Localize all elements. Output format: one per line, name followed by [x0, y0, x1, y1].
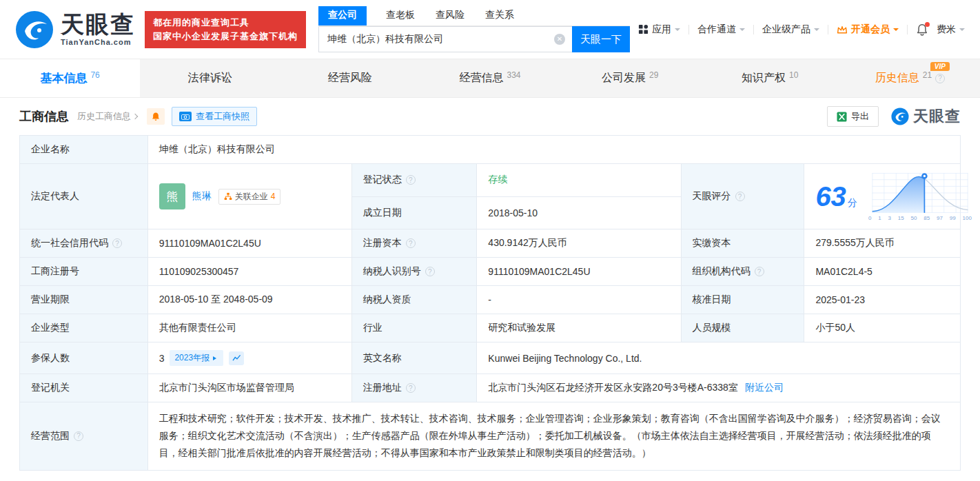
view-business-snapshot-button[interactable]: 查看工商快照 [172, 107, 257, 126]
help-icon[interactable]: ? [112, 238, 122, 248]
paid-capital-value: 279.5555万人民币 [804, 229, 961, 258]
tab-operation-risk[interactable]: 经营风险 [280, 59, 420, 97]
nav-open-vip[interactable]: 开通会员 [837, 23, 899, 36]
company-type-label: 企业类型 [20, 314, 148, 342]
english-name-label: 英文名称 [351, 342, 477, 374]
company-type-row: 企业类型 其他有限责任公司 行业 研究和试验发展 人员规模 小于50人 [20, 314, 961, 342]
search-tab-risk[interactable]: 查风险 [434, 6, 466, 25]
business-term-value: 2018-05-10 至 2048-05-09 [147, 286, 351, 314]
legal-rep-name-link[interactable]: 熊琳 [192, 190, 212, 203]
tab-legal-lawsuit[interactable]: 法律诉讼 [140, 59, 280, 97]
help-icon[interactable]: ? [406, 238, 416, 248]
business-scope-label: 经营范围 ? [20, 402, 148, 471]
english-name-value: Kunwei Beijing Technology Co., Ltd. [477, 342, 961, 374]
brand-domain: TianYanCha.com [61, 38, 135, 46]
establish-date-label: 成立日期 [351, 196, 477, 229]
org-code-value: MA01C2L4-5 [804, 258, 961, 286]
search-tabs: 查公司 查老板 查风险 查关系 [318, 6, 630, 26]
reg-capital-label: 注册资本 ? [351, 229, 477, 258]
trend-chart-icon[interactable] [229, 351, 244, 365]
tianyancha-logo-icon [891, 108, 909, 125]
industry-value: 研究和试验发展 [477, 314, 681, 342]
help-icon[interactable]: ? [425, 267, 435, 276]
help-icon[interactable]: ? [935, 74, 945, 83]
section-title: 工商信息 [19, 108, 69, 125]
business-term-label: 营业期限 [20, 286, 148, 314]
crown-icon [837, 25, 848, 34]
score-curve-chart [868, 172, 972, 214]
search-block: 查公司 查老板 查风险 查关系 ✕ 天眼一下 [318, 6, 630, 52]
legal-rep-row: 法定代表人 熊 熊琳 关联企业 4 登记状态 ? [20, 164, 961, 197]
divider [907, 25, 908, 34]
search-tab-boss[interactable]: 查老板 [385, 6, 416, 25]
help-icon[interactable]: ? [406, 383, 416, 393]
chevron-down-icon [675, 28, 680, 34]
export-button[interactable]: 导出 [827, 106, 879, 127]
reg-capital-value: 430.9142万人民币 [477, 229, 681, 258]
legal-rep-label: 法定代表人 [20, 164, 148, 229]
tab-basic-info[interactable]: 基本信息 76 [0, 59, 140, 97]
top-nav: 应用 合作通道 企业级产品 开通会员 [638, 23, 965, 36]
notification-dot [925, 22, 930, 27]
monitor-bell-button[interactable] [147, 108, 165, 125]
taxpayer-id-value: 91110109MA01C2L45U [477, 258, 681, 286]
reg-number-label: 工商注册号 [20, 258, 148, 286]
tyc-score-value[interactable]: 63 分 [804, 164, 961, 229]
apps-grid-icon [638, 24, 649, 34]
notification-bell-icon[interactable] [916, 23, 928, 36]
tab-intellectual-property[interactable]: 知识产权 10 [700, 59, 840, 97]
company-name-value: 坤维（北京）科技有限公司 [147, 136, 960, 164]
help-icon[interactable]: ? [74, 431, 83, 441]
chevron-down-icon [959, 28, 965, 34]
history-business-info-link[interactable]: 历史工商信息 [77, 110, 137, 123]
establish-date-value: 2018-05-10 [477, 196, 681, 229]
insured-count-value: 3 2023年报 [147, 342, 351, 374]
clear-search-icon[interactable]: ✕ [554, 34, 565, 45]
nav-partner[interactable]: 合作通道 [697, 23, 745, 36]
business-term-row: 营业期限 2018-05-10 至 2048-05-09 纳税人资质 - 核准日… [20, 286, 961, 314]
chevron-down-icon [739, 28, 745, 34]
nav-apps[interactable]: 应用 [638, 23, 680, 36]
credit-code-value: 91110109MA01C2L45U [147, 229, 351, 258]
nearby-companies-link[interactable]: 附近公司 [745, 382, 784, 394]
reg-authority-value: 北京市门头沟区市场监督管理局 [147, 374, 351, 402]
org-chart-icon [224, 192, 232, 201]
taxpayer-quality-value: - [477, 286, 681, 314]
org-code-label: 组织机构代码 ? [681, 258, 804, 286]
chevron-down-icon [893, 28, 899, 34]
search-tab-relation[interactable]: 查关系 [484, 6, 515, 25]
help-icon[interactable]: ? [735, 192, 745, 201]
excel-icon [837, 112, 847, 122]
annual-report-badge[interactable]: 2023年报 [170, 350, 223, 366]
related-companies-badge[interactable]: 关联企业 4 [218, 189, 281, 205]
nav-user[interactable]: 费米 [937, 23, 965, 36]
taxpayer-quality-label: 纳税人资质 [351, 286, 477, 314]
tianyancha-logo-icon [15, 10, 54, 49]
reg-address-label: 注册地址 ? [351, 374, 477, 402]
help-icon[interactable]: ? [755, 267, 764, 276]
tab-operation-info[interactable]: 经营信息 334 [420, 59, 560, 97]
reg-address-value: 北京市门头沟区石龙经济开发区永安路20号3号楼A-6338室 附近公司 [477, 374, 961, 402]
reg-status-label: 登记状态 ? [351, 164, 477, 197]
brand-slogan: 都在用的商业查询工具 国家中小企业发展子基金旗下机构 [145, 11, 306, 48]
company-name-row: 企业名称 坤维（北京）科技有限公司 [20, 136, 961, 164]
divider [828, 25, 828, 34]
nav-enterprise[interactable]: 企业级产品 [762, 23, 819, 36]
search-input[interactable] [318, 26, 572, 52]
industry-label: 行业 [351, 314, 477, 342]
search-tab-company[interactable]: 查公司 [318, 6, 367, 25]
score-axis-labels: 01 315 5085 9799 100 [868, 215, 972, 221]
brand-logo[interactable]: 天眼查 TianYanCha.com [15, 10, 135, 49]
tab-history-info[interactable]: VIP 历史信息 21 ? [840, 59, 980, 97]
staff-size-value: 小于50人 [804, 314, 961, 342]
reg-number-row: 工商注册号 110109025300457 纳税人识别号 ? 91110109M… [20, 258, 961, 286]
taxpayer-id-label: 纳税人识别号 ? [351, 258, 477, 286]
top-header: 天眼查 TianYanCha.com 都在用的商业查询工具 国家中小企业发展子基… [0, 0, 980, 59]
help-icon[interactable]: ? [406, 175, 416, 185]
legal-rep-avatar[interactable]: 熊 [159, 183, 185, 209]
tab-company-development[interactable]: 公司发展 29 [560, 59, 700, 97]
search-button[interactable]: 天眼一下 [572, 26, 630, 52]
page-tab-bar: 基本信息 76 法律诉讼 经营风险 经营信息 334 公司发展 29 知识产权 … [0, 59, 980, 98]
camera-icon [179, 112, 192, 121]
reg-status-value: 存续 [477, 164, 681, 197]
